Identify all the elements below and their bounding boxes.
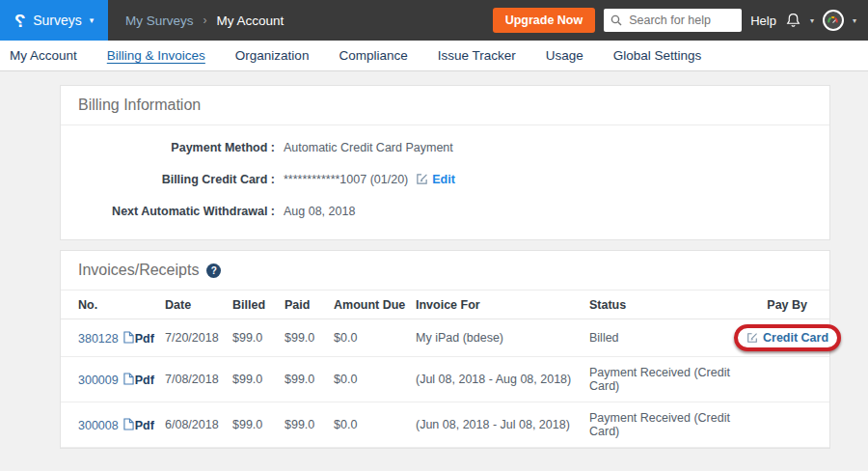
breadcrumb-my-surveys[interactable]: My Surveys — [125, 14, 194, 28]
invoice-for: (Jun 08, 2018 - Jul 08, 2018) — [416, 402, 589, 448]
tab-global-settings[interactable]: Global Settings — [613, 48, 702, 63]
gauge-icon — [827, 14, 839, 27]
help-icon[interactable]: ? — [206, 263, 221, 278]
tab-usage[interactable]: Usage — [546, 48, 583, 63]
column-header-no: No. — [61, 291, 165, 319]
tab-billing-invoices[interactable]: Billing & Invoices — [107, 48, 205, 63]
invoice-date: 7/08/2018 — [165, 357, 232, 402]
help-search-box — [604, 9, 742, 32]
column-header-status: Status — [589, 291, 734, 319]
column-header-pay-by: Pay By — [734, 291, 829, 319]
column-header-paid: Paid — [285, 291, 334, 319]
billing-information-card: Billing Information Payment Method : Aut… — [60, 85, 830, 240]
help-link[interactable]: Help — [750, 14, 776, 28]
invoice-billed: $99.0 — [232, 402, 285, 448]
invoice-table-row: 300008Pdf 6/08/2018 $99.0 $99.0 $0.0 (Ju… — [61, 402, 829, 448]
search-icon — [610, 14, 622, 26]
column-header-date: Date — [165, 291, 232, 319]
product-switcher[interactable]: ? Surveys ▾ — [0, 0, 108, 41]
invoice-table-row: 300009Pdf 7/08/2018 $99.0 $99.0 $0.0 (Ju… — [61, 357, 829, 402]
pdf-link[interactable]: Pdf — [135, 419, 154, 432]
field-value: Automatic Credit Card Payment — [284, 141, 453, 154]
edit-pencil-icon — [416, 173, 428, 185]
pdf-file-icon — [123, 333, 134, 346]
invoice-billed: $99.0 — [232, 319, 285, 357]
column-header-amount-due: Amount Due — [334, 291, 416, 319]
invoices-title-text: Invoices/Receipts — [78, 262, 199, 279]
questionpro-logo-icon: ? — [14, 12, 26, 30]
invoice-paid: $99.0 — [285, 402, 334, 448]
invoice-amount-due: $0.0 — [334, 319, 416, 357]
field-label: Billing Credit Card : — [61, 173, 275, 186]
main-content: Billing Information Payment Method : Aut… — [0, 71, 868, 449]
table-header-row: No.DateBilledPaidAmount DueInvoice ForSt… — [61, 291, 829, 319]
invoices-table: No.DateBilledPaidAmount DueInvoice ForSt… — [61, 291, 829, 448]
invoice-amount-due: $0.0 — [334, 402, 416, 448]
invoice-amount-due: $0.0 — [334, 357, 416, 402]
invoice-number-link[interactable]: 380128 — [78, 332, 119, 346]
product-label: Surveys — [33, 13, 82, 28]
invoices-card: Invoices/Receipts ? No.DateBilledPaidAmo… — [60, 250, 830, 449]
invoice-paid: $99.0 — [285, 357, 334, 402]
tab-issue-tracker[interactable]: Issue Tracker — [438, 48, 516, 63]
help-search-input[interactable] — [627, 13, 735, 28]
pdf-link[interactable]: Pdf — [135, 332, 154, 346]
invoices-table-body: 380128Pdf 7/20/2018 $99.0 $99.0 $0.0 My … — [61, 319, 829, 448]
field-label: Payment Method : — [61, 141, 275, 154]
edit-credit-card-link[interactable]: Edit — [432, 173, 455, 186]
tab-organization[interactable]: Organization — [235, 48, 310, 63]
invoice-billed: $99.0 — [232, 357, 285, 402]
user-avatar[interactable] — [823, 10, 844, 31]
chevron-down-icon: ▾ — [853, 16, 856, 25]
billing-field-row: Billing Credit Card : ************1007 (… — [61, 172, 829, 186]
breadcrumb: My Surveys › My Account — [125, 14, 284, 28]
breadcrumb-separator-icon: › — [203, 14, 207, 27]
pdf-file-icon — [123, 420, 134, 433]
upgrade-now-button[interactable]: Upgrade Now — [493, 8, 596, 33]
billing-fields: Payment Method : Automatic Credit Card P… — [61, 125, 829, 239]
invoice-for: (Jul 08, 2018 - Aug 08, 2018) — [416, 357, 589, 402]
topbar-actions: Upgrade Now Help ▾ ▾ — [493, 8, 868, 33]
chevron-down-icon: ▾ — [810, 16, 814, 25]
pay-by-credit-card-link[interactable]: Credit Card — [763, 331, 828, 345]
invoice-date: 7/20/2018 — [165, 319, 232, 357]
breadcrumb-current-page: My Account — [217, 14, 285, 28]
billing-field-row: Next Automatic Withdrawal : Aug 08, 2018 — [61, 204, 829, 218]
tab-compliance[interactable]: Compliance — [339, 48, 407, 63]
field-value: ************1007 (01/20) Edit — [284, 173, 455, 186]
column-header-invoice-for: Invoice For — [416, 291, 589, 319]
invoice-status: Payment Received (Credit Card) — [589, 357, 734, 402]
chevron-down-icon: ▾ — [90, 16, 95, 25]
invoice-number-link[interactable]: 300008 — [78, 419, 119, 432]
account-tabs: My AccountBilling & InvoicesOrganization… — [0, 41, 868, 71]
column-header-billed: Billed — [232, 291, 285, 319]
invoice-paid: $99.0 — [285, 319, 334, 357]
invoice-table-row: 380128Pdf 7/20/2018 $99.0 $99.0 $0.0 My … — [61, 319, 829, 357]
billing-information-title: Billing Information — [61, 86, 829, 125]
invoice-status: Billed — [589, 319, 734, 357]
edit-pencil-icon — [746, 332, 758, 344]
invoices-title: Invoices/Receipts ? — [61, 251, 829, 291]
billing-field-row: Payment Method : Automatic Credit Card P… — [61, 140, 829, 154]
invoice-status: Payment Received (Credit Card) — [589, 402, 734, 448]
invoice-number-link[interactable]: 300009 — [78, 374, 119, 387]
invoice-for: My iPad (bdese) — [416, 319, 589, 357]
pdf-link[interactable]: Pdf — [135, 374, 154, 387]
topbar: ? Surveys ▾ My Surveys › My Account Upgr… — [0, 0, 868, 41]
invoice-date: 6/08/2018 — [165, 402, 232, 448]
tab-my-account[interactable]: My Account — [10, 48, 77, 63]
notifications-bell-icon[interactable] — [785, 12, 801, 29]
field-value: Aug 08, 2018 — [284, 205, 355, 218]
pdf-file-icon — [123, 374, 134, 388]
pay-by-highlight: Credit Card — [734, 324, 841, 351]
field-label: Next Automatic Withdrawal : — [61, 205, 275, 218]
